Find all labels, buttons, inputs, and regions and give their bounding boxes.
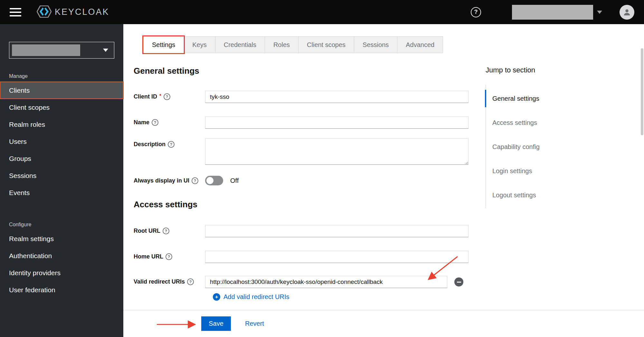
description-label-col: Description ? bbox=[134, 138, 205, 148]
client-tabs: Settings Keys Credentials Roles Client s… bbox=[143, 36, 644, 53]
root-url-label: Root URL bbox=[134, 228, 160, 234]
user-menu-redacted[interactable] bbox=[512, 5, 593, 20]
toggle-knob bbox=[206, 177, 213, 184]
user-icon bbox=[623, 8, 631, 16]
add-redirect-label: Add valid redirect URIs bbox=[223, 293, 289, 301]
sidebar-item-realm-roles[interactable]: Realm roles bbox=[0, 116, 123, 133]
user-menu-caret-icon[interactable] bbox=[597, 11, 602, 14]
jump-to-section-panel: Jump to section General settings Access … bbox=[486, 66, 589, 208]
plus-icon: + bbox=[213, 293, 220, 301]
sidebar-item-sessions[interactable]: Sessions bbox=[0, 167, 123, 184]
tab-keys[interactable]: Keys bbox=[184, 36, 215, 53]
always-display-toggle[interactable] bbox=[205, 176, 223, 185]
minus-icon bbox=[457, 282, 461, 283]
remove-redirect-button[interactable] bbox=[454, 277, 463, 286]
jump-link-access-settings[interactable]: Access settings bbox=[486, 114, 589, 131]
sidebar-item-events[interactable]: Events bbox=[0, 184, 123, 201]
sidebar-section-configure: Configure bbox=[9, 222, 123, 228]
general-settings-heading: General settings bbox=[134, 66, 481, 76]
sidebar-item-user-federation[interactable]: User federation bbox=[0, 281, 123, 298]
avatar[interactable] bbox=[620, 5, 634, 20]
valid-redirect-help-icon[interactable]: ? bbox=[187, 278, 194, 285]
hamburger-menu-icon[interactable] bbox=[10, 8, 21, 16]
home-url-label: Home URL bbox=[134, 253, 163, 260]
home-url-label-col: Home URL ? bbox=[134, 251, 205, 260]
valid-redirect-input[interactable] bbox=[205, 276, 447, 288]
sidebar: Manage Clients Client scopes Realm roles… bbox=[0, 24, 123, 337]
keycloak-brand[interactable]: KEYCLOAK bbox=[37, 5, 109, 19]
sidebar-item-groups[interactable]: Groups bbox=[0, 150, 123, 167]
sidebar-configure-list: Realm settings Authentication Identity p… bbox=[0, 230, 123, 298]
jump-title: Jump to section bbox=[486, 66, 589, 74]
description-label: Description bbox=[134, 141, 166, 148]
tab-settings[interactable]: Settings bbox=[143, 36, 184, 53]
realm-name-redacted bbox=[12, 44, 80, 56]
name-label: Name bbox=[134, 119, 149, 126]
description-row: Description ? bbox=[134, 138, 481, 165]
masthead: KEYCLOAK ? bbox=[0, 0, 644, 24]
home-url-input[interactable] bbox=[205, 251, 469, 263]
root-url-help-icon[interactable]: ? bbox=[163, 228, 169, 234]
client-id-input[interactable] bbox=[205, 91, 469, 103]
form-action-bar: Save Revert bbox=[123, 310, 644, 337]
sidebar-item-client-scopes[interactable]: Client scopes bbox=[0, 99, 123, 116]
brand-text: KEYCLOAK bbox=[55, 7, 109, 17]
required-asterisk: * bbox=[159, 93, 161, 98]
toggle-state-label: Off bbox=[230, 177, 239, 184]
root-url-row: Root URL ? bbox=[134, 225, 481, 237]
home-url-row: Home URL ? bbox=[134, 251, 481, 263]
sidebar-item-users[interactable]: Users bbox=[0, 133, 123, 150]
sidebar-item-authentication[interactable]: Authentication bbox=[0, 247, 123, 264]
tab-client-scopes[interactable]: Client scopes bbox=[298, 36, 354, 53]
help-icon[interactable]: ? bbox=[471, 7, 481, 17]
jump-link-login-settings[interactable]: Login settings bbox=[486, 162, 589, 180]
tab-advanced[interactable]: Advanced bbox=[397, 36, 443, 53]
settings-form: General settings Client ID * ? Name ? D bbox=[134, 66, 481, 301]
sidebar-item-identity-providers[interactable]: Identity providers bbox=[0, 264, 123, 281]
vertical-scrollbar[interactable] bbox=[641, 48, 643, 135]
valid-redirect-label: Valid redirect URIs bbox=[134, 278, 185, 285]
client-id-label-col: Client ID * ? bbox=[134, 91, 205, 100]
valid-redirect-row: Valid redirect URIs ? bbox=[134, 276, 481, 288]
client-id-label: Client ID bbox=[134, 93, 157, 100]
jump-link-capability-config[interactable]: Capability config bbox=[486, 138, 589, 155]
root-url-label-col: Root URL ? bbox=[134, 225, 205, 234]
realm-selector[interactable] bbox=[9, 42, 114, 59]
valid-redirect-label-col: Valid redirect URIs ? bbox=[134, 276, 205, 285]
revert-link[interactable]: Revert bbox=[245, 320, 264, 327]
access-settings-heading: Access settings bbox=[134, 200, 481, 210]
client-id-help-icon[interactable]: ? bbox=[164, 93, 170, 100]
add-redirect-link[interactable]: + Add valid redirect URIs bbox=[213, 293, 289, 301]
keycloak-admin-console: KEYCLOAK ? Manage Clients Client scopes … bbox=[0, 0, 644, 337]
name-input[interactable] bbox=[205, 117, 469, 129]
home-url-help-icon[interactable]: ? bbox=[166, 253, 172, 260]
name-row: Name ? bbox=[134, 117, 481, 129]
tab-sessions[interactable]: Sessions bbox=[354, 36, 397, 53]
name-label-col: Name ? bbox=[134, 117, 205, 126]
save-button[interactable]: Save bbox=[201, 316, 231, 331]
sidebar-section-manage: Manage bbox=[9, 73, 123, 79]
jump-list: General settings Access settings Capabil… bbox=[486, 85, 589, 208]
keycloak-logo-icon bbox=[37, 5, 52, 19]
always-display-label: Always display in UI bbox=[134, 177, 189, 184]
client-id-row: Client ID * ? bbox=[134, 91, 481, 103]
root-url-input[interactable] bbox=[205, 225, 469, 237]
sidebar-item-clients[interactable]: Clients bbox=[0, 82, 123, 99]
sidebar-item-realm-settings[interactable]: Realm settings bbox=[0, 230, 123, 247]
masthead-right: ? bbox=[471, 5, 634, 20]
description-input[interactable] bbox=[205, 138, 469, 165]
always-display-help-icon[interactable]: ? bbox=[192, 177, 198, 184]
sidebar-manage-list: Clients Client scopes Realm roles Users … bbox=[0, 82, 123, 201]
tab-credentials[interactable]: Credentials bbox=[215, 36, 265, 53]
jump-link-general-settings[interactable]: General settings bbox=[485, 90, 589, 107]
always-display-row: Always display in UI ? Off bbox=[134, 176, 481, 185]
always-display-label-col: Always display in UI ? bbox=[134, 177, 205, 184]
realm-caret-icon bbox=[103, 49, 108, 52]
jump-link-logout-settings[interactable]: Logout settings bbox=[486, 186, 589, 204]
main-content: Settings Keys Credentials Roles Client s… bbox=[123, 24, 644, 337]
tab-roles[interactable]: Roles bbox=[265, 36, 298, 53]
name-help-icon[interactable]: ? bbox=[152, 119, 158, 126]
description-help-icon[interactable]: ? bbox=[168, 141, 175, 148]
